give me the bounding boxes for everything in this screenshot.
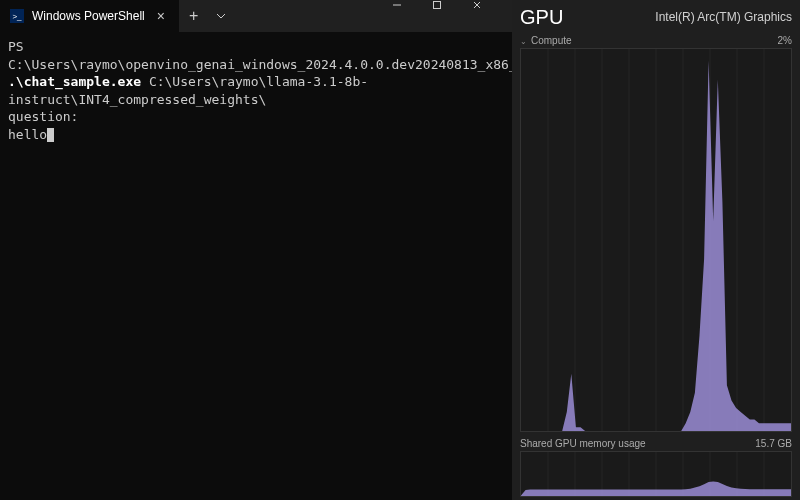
compute-label: Compute: [531, 35, 572, 46]
powershell-icon: >_: [10, 9, 24, 23]
tab-title: Windows PowerShell: [32, 9, 145, 23]
memory-chart: [520, 451, 792, 497]
window-controls: [392, 0, 512, 32]
svg-rect-1: [434, 2, 441, 9]
question-prompt: question:: [8, 109, 78, 124]
chevron-down-icon: ⌄: [520, 37, 527, 46]
cursor-icon: [47, 128, 54, 142]
memory-section-header: Shared GPU memory usage 15.7 GB: [520, 438, 792, 449]
memory-label: Shared GPU memory usage: [520, 438, 646, 449]
tab-dropdown-icon[interactable]: [208, 11, 234, 21]
maximize-button[interactable]: [432, 0, 472, 32]
user-input: hello: [8, 127, 47, 142]
compute-percent: 2%: [778, 35, 792, 46]
close-button[interactable]: [472, 0, 512, 32]
compute-chart: [520, 48, 792, 432]
terminal-output[interactable]: PS C:\Users\raymo\openvino_genai_windows…: [0, 32, 512, 500]
compute-section-header[interactable]: ⌄Compute 2%: [520, 35, 792, 46]
new-tab-button[interactable]: +: [179, 7, 208, 25]
tab-bar: >_ Windows PowerShell × +: [0, 0, 234, 32]
close-icon[interactable]: ×: [153, 8, 169, 24]
command-exec: .\chat_sample.exe: [8, 74, 141, 89]
gpu-title: GPU: [520, 6, 563, 29]
terminal-window: >_ Windows PowerShell × + PS C:\Users\ra…: [0, 0, 512, 500]
window-titlebar[interactable]: >_ Windows PowerShell × +: [0, 0, 512, 32]
gpu-header: GPU Intel(R) Arc(TM) Graphics: [520, 6, 792, 29]
gpu-panel: GPU Intel(R) Arc(TM) Graphics ⌄Compute 2…: [512, 0, 800, 500]
minimize-button[interactable]: [392, 0, 432, 32]
gpu-device-name: Intel(R) Arc(TM) Graphics: [655, 6, 792, 24]
tab-powershell[interactable]: >_ Windows PowerShell ×: [0, 0, 179, 32]
memory-value: 15.7 GB: [755, 438, 792, 449]
